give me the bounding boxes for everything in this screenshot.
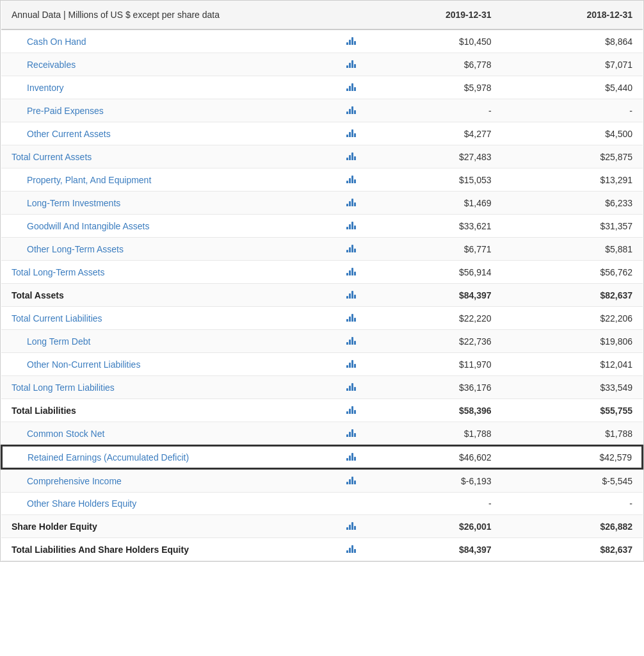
row-label-retained-earnings: Retained Earnings (Accumulated Deficit) [1,445,335,469]
row-label-total-long-term-liabilities: Total Long Term Liabilities [1,376,335,399]
value-2018-total-current-liabilities: $22,206 [502,307,643,330]
value-2018-total-long-term-assets: $56,762 [502,261,643,284]
chart-icon[interactable] [346,36,356,45]
row-label-cash-on-hand: Cash On Hand [1,29,335,53]
row-label-other-current-assets: Other Current Assets [1,122,335,145]
header-icon-col [335,1,367,29]
icon-col-total-liabilities-equity[interactable] [335,538,367,561]
chart-icon[interactable] [346,475,356,484]
icon-col-long-term-investments[interactable] [335,192,367,215]
icon-col-goodwill-intangible[interactable] [335,215,367,238]
row-label-other-non-current-liabilities: Other Non-Current Liabilities [1,353,335,376]
value-2018-comprehensive-income: $-5,545 [502,469,643,493]
row-label-pre-paid-expenses: Pre-Paid Expenses [1,99,335,122]
icon-col-pre-paid-expenses[interactable] [335,99,367,122]
icon-col-other-current-assets[interactable] [335,122,367,145]
icon-col-long-term-debt[interactable] [335,330,367,353]
icon-col-other-long-term-assets[interactable] [335,238,367,261]
row-label-total-current-liabilities: Total Current Liabilities [1,307,335,330]
value-2019-total-current-liabilities: $22,220 [367,307,501,330]
value-2018-total-assets: $82,637 [502,284,643,307]
chart-icon[interactable] [346,405,356,414]
value-2019-long-term-debt: $22,736 [367,330,501,353]
value-2018-property-plant-equipment: $13,291 [502,168,643,192]
icon-col-comprehensive-income[interactable] [335,469,367,493]
icon-col-retained-earnings[interactable] [335,445,367,469]
value-2018-other-current-assets: $4,500 [502,122,643,145]
icon-col-total-assets[interactable] [335,284,367,307]
icon-col-property-plant-equipment[interactable] [335,168,367,192]
value-2019-comprehensive-income: $-6,193 [367,469,501,493]
chart-icon[interactable] [346,128,356,137]
row-label-total-liabilities-equity: Total Liabilities And Share Holders Equi… [1,538,335,561]
value-2018-total-liabilities-equity: $82,637 [502,538,643,561]
value-2019-other-non-current-liabilities: $11,970 [367,353,501,376]
header-label: Annual Data | Millions of US $ except pe… [1,1,335,29]
icon-col-other-share-holders-equity [335,493,367,515]
value-2018-long-term-investments: $6,233 [502,192,643,215]
chart-icon[interactable] [346,266,356,275]
chart-icon[interactable] [346,82,356,91]
chart-icon[interactable] [346,544,356,553]
chart-icon[interactable] [346,359,356,368]
chart-icon[interactable] [346,428,356,437]
chart-icon[interactable] [346,197,356,206]
icon-col-common-stock-net[interactable] [335,422,367,446]
row-label-comprehensive-income: Comprehensive Income [1,469,335,493]
row-label-receivables: Receivables [1,53,335,76]
chart-icon[interactable] [346,174,356,183]
icon-col-total-current-assets[interactable] [335,145,367,168]
chart-icon[interactable] [346,313,356,322]
value-2018-pre-paid-expenses: - [502,99,643,122]
value-2018-other-long-term-assets: $5,881 [502,238,643,261]
value-2018-total-current-assets: $25,875 [502,145,643,168]
chart-icon[interactable] [346,105,356,114]
chart-icon[interactable] [346,220,356,229]
value-2018-inventory: $5,440 [502,76,643,99]
header-2018: 2018-12-31 [502,1,643,29]
icon-col-receivables[interactable] [335,53,367,76]
header-2019: 2019-12-31 [367,1,501,29]
icon-col-cash-on-hand[interactable] [335,29,367,53]
value-2018-retained-earnings: $42,579 [502,445,643,469]
row-label-long-term-debt: Long Term Debt [1,330,335,353]
icon-col-inventory[interactable] [335,76,367,99]
icon-col-total-liabilities[interactable] [335,399,367,422]
value-2019-share-holder-equity: $26,001 [367,515,501,538]
chart-icon[interactable] [346,243,356,252]
icon-col-other-non-current-liabilities[interactable] [335,353,367,376]
chart-icon[interactable] [346,382,356,391]
icon-col-share-holder-equity[interactable] [335,515,367,538]
row-label-total-liabilities: Total Liabilities [1,399,335,422]
row-label-total-current-assets: Total Current Assets [1,145,335,168]
value-2018-total-liabilities: $55,755 [502,399,643,422]
chart-icon[interactable] [346,336,356,345]
chart-icon[interactable] [346,59,356,68]
row-label-long-term-investments: Long-Term Investments [1,192,335,215]
value-2018-total-long-term-liabilities: $33,549 [502,376,643,399]
value-2018-share-holder-equity: $26,882 [502,515,643,538]
row-label-share-holder-equity: Share Holder Equity [1,515,335,538]
chart-icon[interactable] [346,290,356,299]
chart-icon[interactable] [346,521,356,530]
icon-col-total-current-liabilities[interactable] [335,307,367,330]
value-2019-long-term-investments: $1,469 [367,192,501,215]
icon-col-total-long-term-assets[interactable] [335,261,367,284]
value-2019-pre-paid-expenses: - [367,99,501,122]
icon-col-total-long-term-liabilities[interactable] [335,376,367,399]
row-label-total-long-term-assets: Total Long-Term Assets [1,261,335,284]
value-2019-inventory: $5,978 [367,76,501,99]
value-2019-retained-earnings: $46,602 [367,445,501,469]
value-2019-property-plant-equipment: $15,053 [367,168,501,192]
row-label-total-assets: Total Assets [1,284,335,307]
value-2019-goodwill-intangible: $33,621 [367,215,501,238]
chart-icon[interactable] [346,452,356,461]
value-2019-total-current-assets: $27,483 [367,145,501,168]
value-2018-goodwill-intangible: $31,357 [502,215,643,238]
value-2019-cash-on-hand: $10,450 [367,29,501,53]
value-2018-common-stock-net: $1,788 [502,422,643,446]
value-2019-total-long-term-liabilities: $36,176 [367,376,501,399]
financial-table: Annual Data | Millions of US $ except pe… [0,0,644,562]
chart-icon[interactable] [346,151,356,160]
value-2019-other-current-assets: $4,277 [367,122,501,145]
